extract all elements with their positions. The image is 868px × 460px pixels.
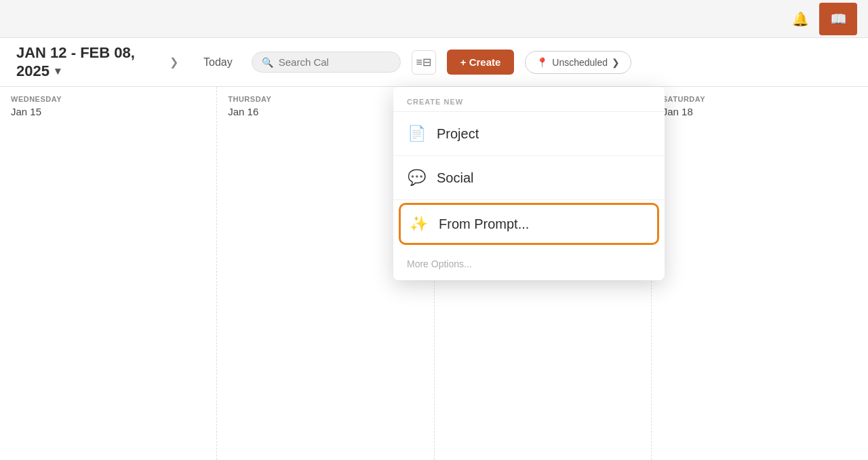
notifications-button[interactable]: 🔔 <box>787 5 814 33</box>
col-saturday-day: SATURDAY <box>663 95 857 103</box>
bell-icon: 🔔 <box>792 11 809 27</box>
dropdown-item-social[interactable]: 💬 Social <box>393 156 665 200</box>
date-range[interactable]: JAN 12 - FEB 08, 2025 ▾ <box>16 44 152 80</box>
create-dropdown: CREATE NEW 📄 Project 💬 Social ✨ From Pro… <box>393 87 665 280</box>
chevron-down-icon: ▾ <box>55 64 60 77</box>
prompt-icon: ✨ <box>409 214 428 233</box>
filter-icon: ≡⊟ <box>416 56 431 69</box>
search-bar[interactable]: 🔍 <box>252 52 401 73</box>
col-saturday-date: Jan 18 <box>663 106 857 117</box>
project-label: Project <box>437 126 479 142</box>
social-label: Social <box>437 170 473 186</box>
date-range-text: JAN 12 - FEB 08, 2025 ▾ <box>16 44 135 80</box>
book-icon: 📖 <box>830 11 847 27</box>
nav-forward-button[interactable]: ❯ <box>163 52 184 73</box>
book-button[interactable]: 📖 <box>819 3 857 35</box>
top-bar: 🔔 📖 <box>0 0 868 38</box>
search-icon: 🔍 <box>262 57 273 68</box>
dropdown-section-label: CREATE NEW <box>393 87 665 112</box>
dropdown-item-from-prompt[interactable]: ✨ From Prompt... <box>399 203 659 245</box>
dropdown-more-options[interactable]: More Options... <box>393 248 665 280</box>
search-input[interactable] <box>279 56 391 68</box>
filter-button[interactable]: ≡⊟ <box>412 50 436 75</box>
dropdown-item-project[interactable]: 📄 Project <box>393 112 665 156</box>
col-saturday: SATURDAY Jan 18 <box>652 87 868 460</box>
project-icon: 📄 <box>407 124 426 143</box>
col-wednesday: WEDNESDAY Jan 15 <box>0 87 217 460</box>
calendar-header: JAN 12 - FEB 08, 2025 ▾ ❯ Today 🔍 ≡⊟ + C… <box>0 38 868 87</box>
chevron-right-small-icon: ❯ <box>612 57 620 68</box>
create-button[interactable]: + Create <box>447 50 515 75</box>
today-button[interactable]: Today <box>195 52 241 73</box>
col-wednesday-date: Jan 15 <box>11 106 205 117</box>
date-range-line2: 2025 <box>16 62 50 80</box>
pin-icon: 📍 <box>536 57 548 68</box>
social-icon: 💬 <box>407 168 426 187</box>
chevron-right-icon: ❯ <box>170 56 178 69</box>
from-prompt-label: From Prompt... <box>439 216 529 232</box>
col-wednesday-day: WEDNESDAY <box>11 95 205 103</box>
date-range-line1: JAN 12 - FEB 08, <box>16 44 135 62</box>
unscheduled-button[interactable]: 📍 Unscheduled ❯ <box>525 51 631 74</box>
